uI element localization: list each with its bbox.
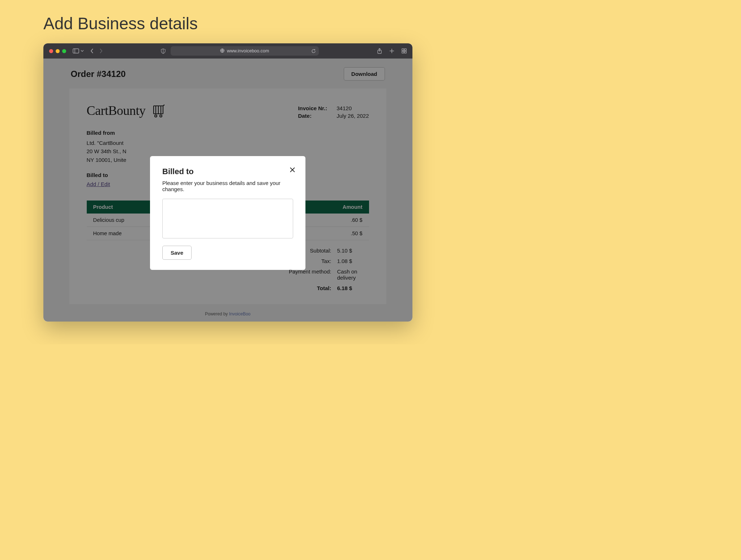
nav-back-icon[interactable] [90,48,94,53]
sidebar-toggle-icon[interactable] [73,48,79,53]
share-icon[interactable] [377,48,382,54]
lock-icon [220,48,224,54]
chevron-down-icon[interactable] [81,50,84,52]
nav-forward-icon [99,48,103,53]
new-tab-icon[interactable] [389,48,394,54]
svg-rect-0 [73,49,79,53]
minimize-window-button[interactable] [56,49,60,53]
business-details-textarea[interactable] [162,199,293,238]
save-button[interactable]: Save [162,246,192,260]
window-controls [49,49,66,53]
page-heading: Add Business details [0,0,455,33]
tabs-overview-icon[interactable] [402,48,407,54]
svg-rect-10 [404,51,406,53]
modal-title: Billed to [162,167,293,176]
svg-rect-9 [402,51,404,53]
svg-rect-8 [404,49,406,51]
reload-icon[interactable] [311,49,316,53]
billed-to-modal: Billed to Please enter your business det… [150,156,305,270]
svg-rect-7 [402,49,404,51]
url-text: www.invoiceboo.com [227,48,269,53]
close-icon[interactable] [290,167,295,174]
address-bar[interactable]: www.invoiceboo.com [171,46,319,56]
browser-toolbar: www.invoiceboo.com [43,43,412,59]
browser-window: www.invoiceboo.com Order #34120 Download [43,43,412,322]
shield-icon[interactable] [161,48,166,54]
modal-description: Please enter your business details and s… [162,180,293,192]
close-window-button[interactable] [49,49,53,53]
maximize-window-button[interactable] [62,49,66,53]
